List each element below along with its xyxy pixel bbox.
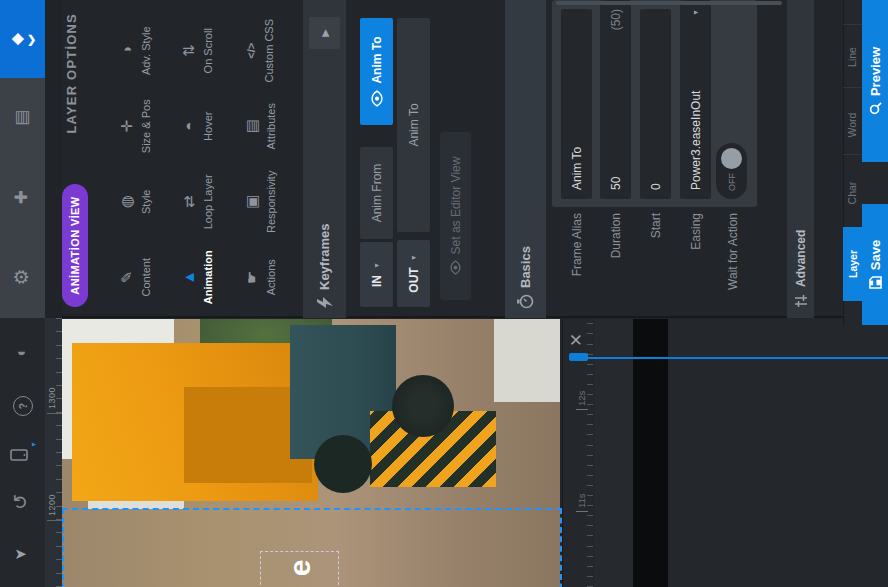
text-layer-e[interactable]: e [260, 551, 339, 587]
duration-default-hint: (50) [609, 9, 623, 30]
preview-button[interactable]: Preview [862, 0, 888, 162]
target-tab-line[interactable]: Line [846, 37, 858, 77]
animation-view-badge: ANİMATİON VİEW [62, 184, 88, 307]
playhead-handle[interactable] [569, 353, 588, 361]
attributes-icon: ▤ [244, 119, 259, 133]
tab-label: Content [140, 258, 152, 297]
advanced-sliders-icon [794, 294, 808, 308]
tab-label: Custom CSS [263, 19, 275, 83]
slides-icon[interactable]: ▤ [13, 108, 30, 128]
keyframes-bolt-icon [317, 296, 333, 309]
anim-to-button-active[interactable]: Anim To [360, 18, 393, 125]
keyframe-out-dropdown[interactable]: OUT ▼ [397, 240, 430, 307]
easing-dropdown[interactable]: Power3.easeInOut ▼ [680, 0, 711, 199]
target-tab-char[interactable]: Char [846, 173, 858, 213]
ruler-major-tick [47, 413, 62, 414]
anim-to-out-button[interactable]: Anim To [397, 18, 430, 232]
content-icon: ✎ [119, 271, 134, 284]
tab-label: Loop Layer [202, 174, 214, 229]
undo-icon[interactable]: ↺ [11, 492, 30, 512]
tab-content[interactable]: ✎ Content [104, 240, 167, 316]
hover-mouse-icon: ◓ [181, 122, 196, 131]
advanced-section-header[interactable]: Advanced [787, 0, 814, 318]
basics-stopwatch-icon [517, 294, 534, 309]
device-caret-icon[interactable]: ▼ [30, 441, 37, 448]
save-button[interactable]: Save [862, 204, 888, 325]
keyframes-title: Keyframes [317, 224, 332, 291]
timeline-label-11s: 11s [576, 493, 588, 512]
out-label: OUT [407, 267, 421, 292]
tab-size-pos[interactable]: ✛ Size & Pos [104, 89, 167, 165]
settings-gear-icon[interactable]: ⚙ [12, 267, 31, 287]
start-field[interactable]: 0 [640, 9, 671, 199]
target-tab-word[interactable]: Word [846, 105, 858, 145]
editor-view-eye-icon [450, 260, 461, 275]
save-floppy-icon [869, 276, 882, 289]
panel-scrollbar[interactable] [556, 1, 782, 5]
slider-revolution-logo[interactable]: ◆ ❯ [0, 0, 45, 78]
photo-cab-white [494, 319, 560, 402]
start-label: Start [649, 213, 663, 335]
on-scroll-icon: ⇅ [181, 44, 196, 57]
tab-loop-layer[interactable]: ⇄ Loop Layer [167, 164, 230, 240]
preview-magnifier-icon [869, 102, 882, 115]
tab-attributes[interactable]: ▤ Attributes [229, 89, 292, 165]
custom-css-icon: </> [246, 43, 257, 59]
timeline-track-active[interactable] [633, 319, 668, 587]
tab-label: Style [140, 190, 152, 214]
timeline-track-row[interactable] [595, 319, 633, 587]
help-icon[interactable]: ? [13, 396, 33, 416]
tab-adv-style[interactable]: ◑ Adv. Style [104, 13, 167, 89]
device-preview-icon[interactable] [10, 448, 32, 462]
tab-label: Animation [202, 250, 214, 304]
duration-value: 50 [609, 177, 623, 190]
set-as-editor-view-button[interactable]: Set as Editor View [440, 132, 471, 300]
ruler-label-1200: 1200 [47, 494, 57, 516]
duration-field[interactable]: 50 (50) [600, 0, 631, 199]
adv-style-icon: ◑ [119, 46, 134, 55]
eye-icon [371, 90, 383, 107]
tab-custom-css[interactable]: </> Custom CSS [229, 13, 292, 89]
modules-icon[interactable]: ✚ [13, 187, 30, 207]
toggle-state-label: OFF [727, 173, 737, 191]
easing-value: Power3.easeInOut [689, 91, 703, 190]
cursor-tool-icon[interactable]: ➤ [12, 546, 30, 561]
basics-title: Basics [518, 246, 533, 288]
tab-actions[interactable]: ☛ Actions [229, 240, 292, 316]
tab-on-scroll[interactable]: ⇅ On Scroll [167, 13, 230, 89]
easing-label: Easing [689, 213, 703, 335]
tab-label: Size & Pos [140, 99, 152, 153]
tab-label: Actions [265, 259, 277, 295]
keyframes-collapse-button[interactable]: ▶ [309, 17, 340, 49]
frame-alias-field[interactable]: Anim To [561, 9, 592, 199]
tab-hover[interactable]: ◓ Hover [167, 89, 230, 165]
tab-animation-active[interactable]: ▲ Animation [167, 240, 230, 316]
target-tab-layer-active[interactable]: Layer [843, 227, 862, 301]
frame-alias-label: Frame Alias [570, 213, 584, 335]
tab-responsivity[interactable]: ▣ Responsivity [229, 164, 292, 240]
tab-layer-label: Layer [847, 250, 859, 278]
frame-alias-value: Anim To [570, 147, 584, 190]
actions-hand-icon: ☛ [244, 271, 259, 284]
style-droplet-icon[interactable]: ◐ [13, 342, 29, 362]
panel-top-gap [45, 0, 62, 318]
in-caret-icon: ▼ [373, 262, 380, 269]
anim-to-out-label: Anim To [407, 103, 421, 146]
logo-diamond-icon: ◆ [9, 33, 25, 45]
text-layer-content: e [283, 560, 317, 587]
tab-style[interactable]: ◍ Style [104, 164, 167, 240]
wait-for-action-toggle[interactable]: OFF [716, 143, 747, 199]
keyframe-in-dropdown[interactable]: IN ▼ [360, 242, 393, 307]
set-editor-view-label: Set as Editor View [449, 157, 463, 255]
easing-caret-icon: ▼ [692, 9, 699, 16]
size-pos-icon: ✛ [119, 120, 134, 133]
tab-divider [843, 24, 862, 25]
layer-options-tabs: ✎ Content ◍ Style ✛ Size & Pos ◑ Adv. St… [104, 13, 292, 315]
style-palette-icon: ◍ [119, 195, 134, 208]
anim-from-label: Anim From [370, 164, 384, 223]
preview-label: Preview [868, 47, 883, 96]
anim-from-button[interactable]: Anim From [360, 147, 393, 239]
tab-label: Hover [202, 112, 214, 141]
tab-label: Attributes [265, 103, 277, 149]
start-value: 0 [649, 183, 663, 190]
